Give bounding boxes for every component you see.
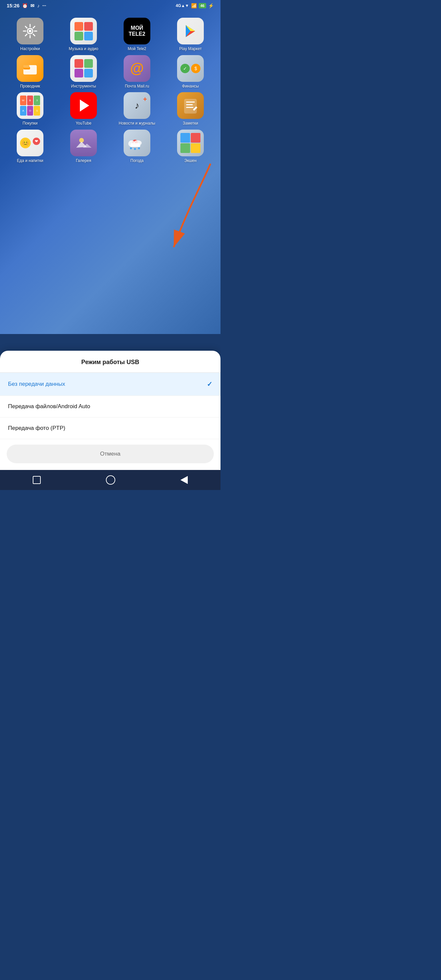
app-tele2[interactable]: МОЙTELE2 Мой Tele2 (112, 18, 162, 52)
gallery-label: Галерея (76, 158, 91, 164)
app-grid: Настройки Музыка и аудио МОЙTELE2 Мой Te… (0, 11, 221, 170)
settings-label: Настройки (21, 46, 40, 52)
cancel-button[interactable]: Отмена (7, 445, 214, 463)
news-label: Новости и журналы (119, 121, 155, 126)
option-no-transfer[interactable]: Без передачи данных ✓ (0, 373, 221, 396)
playmarket-label: Play Маркет (179, 46, 201, 52)
message-icon: ✉ (30, 3, 34, 8)
action-label: Экшен (185, 158, 197, 164)
battery-indicator: 46 (199, 3, 206, 8)
app-notes[interactable]: Заметки (166, 92, 215, 126)
recent-apps-icon (33, 476, 41, 484)
app-action[interactable]: Экшен (166, 130, 215, 164)
food-icon: 😊 ❤ (17, 130, 43, 156)
app-music[interactable]: Музыка и аудио (59, 18, 108, 52)
music-label: Музыка и аудио (69, 46, 98, 52)
svg-rect-11 (186, 104, 193, 105)
app-youtube[interactable]: YouTube (59, 92, 108, 126)
weather-icon (124, 130, 150, 156)
app-files[interactable]: Проводник (5, 55, 55, 89)
bottom-sheet: Режим работы USB Без передачи данных ✓ П… (0, 351, 221, 470)
svg-point-21 (130, 147, 132, 149)
alarm-icon: ⏰ (22, 3, 28, 8)
tiktok-icon: ♪ (37, 3, 40, 8)
weather-label: Погода (130, 158, 144, 164)
app-news[interactable]: ♪ + Новости и журналы (112, 92, 162, 126)
nav-recent-button[interactable] (33, 476, 41, 484)
tele2-icon: МОЙTELE2 (124, 18, 150, 45)
nav-back-button[interactable] (180, 476, 188, 484)
svg-rect-20 (130, 144, 140, 147)
status-time: 15:26 (7, 3, 19, 8)
tools-icon (70, 55, 97, 82)
notes-icon (177, 92, 204, 119)
option-file-transfer[interactable]: Передача файлов/Android Auto (0, 396, 221, 417)
music-icon (70, 18, 97, 45)
app-shopping[interactable]: W B 3 A O S Покупки (5, 92, 55, 126)
news-icon: ♪ + (124, 92, 150, 119)
status-bar: 15:26 ⏰ ✉ ♪ ··· 4G▲▼ 📶 46 ⚡ (0, 0, 221, 11)
svg-point-22 (134, 148, 136, 150)
tools-label: Инструменты (71, 84, 96, 89)
app-settings[interactable]: Настройки (5, 18, 55, 52)
cancel-label: Отмена (100, 450, 121, 457)
nav-home-button[interactable] (106, 475, 115, 485)
app-playmarket[interactable]: Play Маркет (166, 18, 215, 52)
youtube-icon (70, 92, 97, 119)
status-left: 15:26 ⏰ ✉ ♪ ··· (7, 3, 46, 8)
option-photo-transfer[interactable]: Передача фото (PTP) (0, 417, 221, 439)
nav-bar (0, 470, 221, 490)
finance-icon: ✓ $ (177, 55, 204, 82)
app-finance[interactable]: ✓ $ Финансы (166, 55, 215, 89)
shopping-icon: W B 3 A O S (17, 92, 43, 119)
gallery-icon (70, 130, 97, 156)
status-right: 4G▲▼ 📶 46 ⚡ (176, 3, 214, 8)
app-food[interactable]: 😊 ❤ Еда и напитки (5, 130, 55, 164)
files-label: Проводник (20, 84, 40, 89)
mail-icon: @ (124, 55, 150, 82)
action-icon (177, 130, 204, 156)
svg-rect-8 (23, 65, 29, 68)
svg-rect-9 (184, 99, 197, 114)
charging-icon: ⚡ (208, 3, 214, 8)
home-icon (106, 475, 115, 485)
wifi-icon: 📶 (191, 3, 197, 8)
option-photo-transfer-label: Передача фото (PTP) (8, 425, 65, 431)
app-tools[interactable]: Инструменты (59, 55, 108, 89)
svg-rect-12 (186, 107, 193, 108)
checkmark-icon: ✓ (207, 380, 212, 388)
option-no-transfer-label: Без передачи данных (8, 381, 65, 387)
youtube-label: YouTube (75, 121, 91, 126)
svg-point-1 (29, 30, 32, 32)
settings-icon (17, 18, 43, 45)
finance-label: Финансы (182, 84, 199, 89)
notes-label: Заметки (183, 121, 198, 126)
svg-point-23 (138, 147, 140, 149)
app-gallery[interactable]: Галерея (59, 130, 108, 164)
app-mail[interactable]: @ Почта Mail.ru (112, 55, 162, 89)
back-icon (180, 476, 188, 484)
app-weather[interactable]: Погода (112, 130, 162, 164)
more-icon: ··· (42, 3, 46, 8)
tele2-label: Мой Tele2 (127, 46, 146, 52)
mail-label: Почта Mail.ru (125, 84, 149, 89)
files-icon (17, 55, 43, 82)
playmarket-icon (177, 18, 204, 45)
food-label: Еда и напитки (17, 158, 43, 164)
svg-rect-10 (186, 102, 195, 103)
sheet-title: Режим работы USB (0, 351, 221, 373)
option-file-transfer-label: Передача файлов/Android Auto (8, 403, 90, 410)
shopping-label: Покупки (22, 121, 37, 126)
signal-icon: 4G▲▼ (176, 3, 189, 8)
